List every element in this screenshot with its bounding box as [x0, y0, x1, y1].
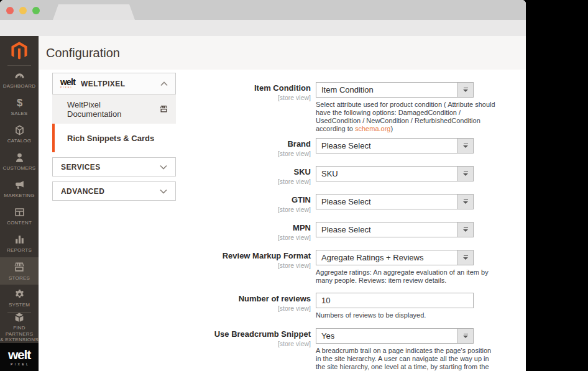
field-comment: A breadcrumb trail on a page indicates t…: [316, 347, 497, 371]
review-markup-format-select[interactable]: Agregate Ratings + Reviews: [316, 250, 474, 265]
schema-org-link[interactable]: schema.org: [355, 125, 390, 132]
sku-select[interactable]: SKU: [316, 166, 474, 181]
use-breadcrumb-snippet-select[interactable]: Yes: [316, 328, 474, 344]
bar-chart-icon: [14, 234, 25, 245]
megaphone-icon: [14, 179, 25, 191]
sidebar-item-customers[interactable]: CUSTOMERS: [0, 148, 39, 175]
maximize-window-button[interactable]: [32, 7, 40, 14]
select-caret-icon: [457, 139, 473, 153]
field-gtin: GTIN [store view] Please Select: [39, 194, 526, 213]
field-label: Use Breadcrumb Snippet: [39, 330, 311, 339]
field-label: Item Condition: [39, 84, 311, 93]
dashboard-gauge-icon: [14, 70, 25, 81]
field-sku: SKU [store view] SKU: [39, 166, 526, 185]
sidebar-item-find-partners[interactable]: FIND PARTNERS& EXTENSIONS: [0, 313, 39, 342]
main-content: Configuration welt PIXEL WELTPIXEL W: [39, 36, 526, 371]
admin-sidebar: DASHBOARD $ SALES CATALOG CUSTOMERS: [0, 36, 39, 371]
select-caret-icon: [457, 167, 473, 181]
select-caret-icon: [457, 250, 473, 265]
magento-admin: DASHBOARD $ SALES CATALOG CUSTOMERS: [0, 36, 526, 371]
select-caret-icon: [457, 195, 473, 209]
number-of-reviews-input[interactable]: [316, 293, 474, 308]
gear-icon: [14, 288, 25, 300]
field-comment: Select attribute used for product condit…: [316, 101, 497, 133]
field-brand: Brand [store view] Please Select: [39, 138, 526, 157]
browser-tab[interactable]: [53, 4, 135, 20]
select-caret-icon: [457, 329, 473, 343]
field-number-of-reviews: Number of reviews [store view] Numbers o…: [39, 293, 526, 319]
svg-text:$: $: [16, 97, 22, 109]
sidebar-item-reports[interactable]: REPORTS: [0, 230, 39, 257]
mpn-select[interactable]: Please Select: [316, 222, 474, 237]
field-label: SKU: [39, 168, 311, 177]
browser-window: DASHBOARD $ SALES CATALOG CUSTOMERS: [0, 0, 526, 371]
sidebar-item-sales[interactable]: $ SALES: [0, 93, 39, 121]
dollar-icon: $: [14, 97, 25, 109]
sidebar-item-stores[interactable]: STORES: [0, 257, 39, 285]
field-scope: [store view]: [39, 206, 311, 213]
sidebar-item-system[interactable]: SYSTEM: [0, 285, 39, 312]
field-use-breadcrumb-snippet: Use Breadcrumb Snippet [store view] Yes …: [39, 328, 526, 371]
field-comment: Numbers of reviews to be displayed.: [316, 311, 497, 319]
page-title: Configuration: [46, 46, 120, 60]
sidebar-item-dashboard[interactable]: DASHBOARD: [0, 66, 39, 93]
field-scope: [store view]: [39, 340, 311, 347]
field-label: Brand: [39, 140, 311, 149]
sidebar-item-marketing[interactable]: MARKETING: [0, 175, 39, 203]
sidebar-item-content[interactable]: CONTENT: [0, 203, 39, 230]
field-label: Review Markup Format: [39, 252, 311, 261]
magento-logo-icon[interactable]: [0, 36, 39, 65]
field-scope: [store view]: [39, 305, 311, 312]
minimize-window-button[interactable]: [19, 7, 27, 14]
page-header: Configuration: [39, 36, 526, 70]
field-review-markup-format: Review Markup Format [store view] Agrega…: [39, 250, 526, 285]
item-condition-select[interactable]: Item Condition: [316, 82, 474, 98]
select-caret-icon: [457, 83, 473, 97]
weltpixel-logo-text: welt: [8, 348, 30, 361]
sidebar-item-catalog[interactable]: CATALOG: [0, 121, 39, 148]
field-label: GTIN: [39, 196, 311, 205]
browser-titlebar: [0, 0, 526, 20]
storefront-icon: [13, 261, 25, 273]
field-mpn: MPN [store view] Please Select: [39, 222, 526, 241]
field-comment: Aggregate ratings: An aggregate evaluati…: [316, 268, 497, 285]
field-label: Number of reviews: [39, 295, 311, 304]
extensions-box-icon: [14, 312, 25, 323]
browser-toolbar: [0, 20, 526, 36]
field-scope: [store view]: [39, 178, 311, 185]
field-scope: [store view]: [39, 94, 311, 101]
cube-icon: [14, 124, 25, 136]
brand-select[interactable]: Please Select: [316, 138, 474, 153]
field-label: MPN: [39, 224, 311, 233]
layout-icon: [14, 206, 25, 218]
field-scope: [store view]: [39, 150, 311, 157]
field-scope: [store view]: [39, 234, 311, 241]
field-item-condition: Item Condition [store view] Item Conditi…: [39, 82, 526, 133]
gtin-select[interactable]: Please Select: [316, 194, 474, 209]
field-scope: [store view]: [39, 262, 311, 269]
select-caret-icon: [457, 222, 473, 237]
close-window-button[interactable]: [6, 7, 14, 14]
rich-snippets-form: Item Condition [store view] Item Conditi…: [39, 82, 526, 371]
person-icon: [14, 152, 25, 163]
weltpixel-sidebar-logo: welt PIXEL: [0, 343, 39, 371]
